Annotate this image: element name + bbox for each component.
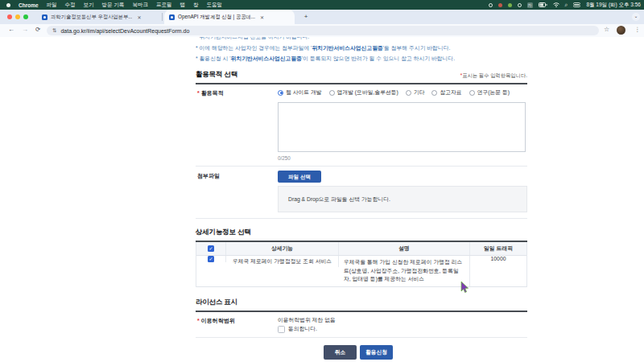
- address-bar[interactable]: ⇅ data.go.kr/iim/api/selectDevAcountRequ…: [47, 26, 599, 35]
- attachment-field-label: 첨부파일: [197, 172, 220, 180]
- radio-icon: [431, 90, 437, 96]
- input-source-icon[interactable]: 가: [527, 2, 533, 8]
- file-dropzone[interactable]: Drag & Drop으로 파일을 선택 가능합니다.: [278, 186, 527, 212]
- menu-file[interactable]: 파일: [47, 2, 57, 9]
- tab-title: 과학기술정보통신부 우정사업본부...: [51, 14, 132, 21]
- tab-strip: 과학기술정보통신부 우정사업본부... ✕ OpenAPI 개발계정 신청 | …: [0, 10, 644, 24]
- row-checkbox-cell: [196, 256, 226, 262]
- header-checkbox-cell: [196, 242, 226, 255]
- purpose-textarea[interactable]: [278, 102, 526, 152]
- menu-window[interactable]: 창: [193, 2, 199, 9]
- menu-help[interactable]: 도움말: [206, 2, 222, 9]
- section-rule: [196, 83, 527, 84]
- header-traffic: 일일 트래픽: [470, 242, 526, 255]
- cell-description: 우체국을 통해 가입 신청한 제로페이 가맹점 리스트(상호명, 사업장주소, …: [339, 256, 470, 286]
- apple-icon[interactable]: [6, 3, 10, 7]
- radio-icon: [469, 90, 475, 96]
- favicon-icon: [42, 14, 47, 20]
- menu-view[interactable]: 보기: [84, 2, 94, 9]
- browser-menu-icon[interactable]: ⋮: [634, 26, 641, 33]
- macos-menubar: Chrome 파일 수정 보기 방문 기록 북마크 프로필 탭 창 도움말 가 …: [0, 0, 644, 10]
- radio-etc[interactable]: 기타: [406, 88, 425, 97]
- row-divider: [196, 166, 527, 167]
- url-text: data.go.kr/iim/api/selectDevAcountReques…: [60, 28, 189, 34]
- menu-chrome[interactable]: Chrome: [19, 2, 39, 8]
- screen: Chrome 파일 수정 보기 방문 기록 북마크 프로필 탭 창 도움말 가 …: [0, 0, 644, 362]
- agree-checkbox[interactable]: [278, 326, 285, 333]
- mouse-cursor: [460, 282, 470, 294]
- profile-avatar[interactable]: [617, 26, 625, 35]
- tab-search-button[interactable]: ⌄: [632, 13, 640, 21]
- notice-line-2: * 활용신청 시 '위치기반서비스사업신고필증'이 등록되지 않으면 반려가 될…: [196, 55, 527, 63]
- radio-icon: [329, 90, 335, 96]
- license-agree: 동의합니다.: [278, 325, 317, 333]
- bookmark-star-icon[interactable]: ☆: [604, 26, 609, 33]
- radio-app-dev[interactable]: 앱개발 (모바일,솔루션등): [329, 88, 398, 97]
- purpose-field-label: * 활용목적: [197, 89, 224, 97]
- minimize-window-button[interactable]: [15, 14, 20, 19]
- menu-history[interactable]: 방문 기록: [102, 2, 125, 9]
- apply-button[interactable]: 활용신청: [360, 345, 393, 360]
- header-function: 상세기능: [226, 242, 339, 255]
- section-title: 활용목적 선택: [196, 70, 237, 80]
- window-controls: [7, 14, 28, 19]
- section-title: 라이선스 표시: [196, 298, 237, 307]
- radio-web-site[interactable]: 웹 사이트 개발: [278, 88, 322, 97]
- browser-tab-inactive[interactable]: 과학기술정보통신부 우정사업본부... ✕: [37, 10, 163, 24]
- radio-research[interactable]: 연구(논문 등): [469, 88, 510, 97]
- page-content: * 위치기반서비스사업 신고를 하시기 바랍니다. * 이에 해당하는 사업자인…: [0, 37, 644, 362]
- detail-section-header: 상세기능정보 선택: [196, 228, 527, 237]
- browser-tab-active[interactable]: OpenAPI 개발계정 신청 | 공공데... ✕: [164, 10, 295, 24]
- radio-icon: [406, 90, 411, 96]
- close-window-button[interactable]: [7, 14, 12, 19]
- section-title: 상세기능정보 선택: [196, 228, 251, 237]
- row-checkbox[interactable]: [208, 256, 214, 262]
- close-tab-icon[interactable]: ✕: [137, 14, 141, 20]
- favicon-icon: [169, 14, 175, 20]
- status-ring-icon[interactable]: [489, 3, 493, 7]
- char-counter: 0/250: [278, 155, 291, 161]
- table-row: 우체국 제로페이 가맹점정보 조회 서비스 우체국을 통해 가입 신청한 제로페…: [196, 256, 526, 287]
- site-settings-icon[interactable]: ⇅: [52, 27, 56, 34]
- purpose-section-header: 활용목적 선택 *표시는 필수 입력항목입니다.: [196, 70, 527, 80]
- menu-edit[interactable]: 수정: [65, 2, 76, 9]
- license-field-label: * 이용허락범위: [197, 317, 235, 325]
- control-center-icon[interactable]: [573, 2, 580, 7]
- wifi-icon: [553, 2, 559, 7]
- menu-tab[interactable]: 탭: [180, 2, 185, 9]
- license-section-header: 라이선스 표시: [196, 298, 527, 307]
- required-note: *표시는 필수 입력항목입니다.: [460, 72, 527, 80]
- table-header-row: 상세기능 설명 일일 트래픽: [196, 242, 526, 256]
- forward-icon[interactable]: →: [22, 26, 28, 33]
- new-tab-button[interactable]: +: [301, 12, 311, 22]
- license-value: 이용허락범위 제한 없음: [278, 316, 336, 324]
- cell-daily-traffic: 10000: [470, 256, 526, 261]
- spotlight-icon[interactable]: ⌕: [565, 2, 568, 8]
- menu-bookmarks[interactable]: 북마크: [132, 2, 148, 9]
- radio-reference[interactable]: 참고자료: [431, 88, 461, 97]
- zoom-window-button[interactable]: [23, 14, 28, 19]
- browser-toolbar: ← → ⟳ ⇅ data.go.kr/iim/api/selectDevAcou…: [0, 24, 644, 38]
- purpose-radio-group: 웹 사이트 개발 앱개발 (모바일,솔루션등) 기타 참고자료 연구(논문 등): [278, 88, 526, 97]
- select-all-checkbox[interactable]: [208, 245, 214, 252]
- header-description: 설명: [339, 242, 470, 255]
- menu-profiles[interactable]: 프로필: [156, 2, 172, 9]
- section-divider: [196, 218, 527, 219]
- cell-function-name: 우체국 제로페이 가맹점정보 조회 서비스: [226, 256, 339, 267]
- menubar-clock[interactable]: 8월 19일 (화) 오후 3:56: [586, 2, 641, 9]
- notice-line-1: * 이에 해당하는 사업자인 경우에는 첨부파일에 '위치기반서비스사업신고필증…: [196, 44, 527, 52]
- status-ring2-icon[interactable]: [518, 3, 522, 7]
- notice-line-clipped: * 위치기반서비스사업 신고를 하시기 바랍니다.: [196, 37, 527, 41]
- file-select-button[interactable]: 파일 선택: [278, 171, 321, 183]
- record-dot-icon[interactable]: [498, 3, 502, 7]
- radio-icon: [278, 90, 283, 96]
- battery-icon: [539, 2, 547, 7]
- tab-title: OpenAPI 개발계정 신청 | 공공데...: [178, 14, 255, 21]
- reload-icon[interactable]: ⟳: [35, 26, 40, 33]
- close-tab-icon[interactable]: ✕: [260, 14, 264, 20]
- cancel-button[interactable]: 취소: [324, 345, 357, 360]
- back-icon[interactable]: ←: [8, 26, 14, 33]
- footer-divider: [196, 337, 527, 338]
- status-green-icon[interactable]: [508, 3, 512, 7]
- section-rule: [196, 311, 527, 312]
